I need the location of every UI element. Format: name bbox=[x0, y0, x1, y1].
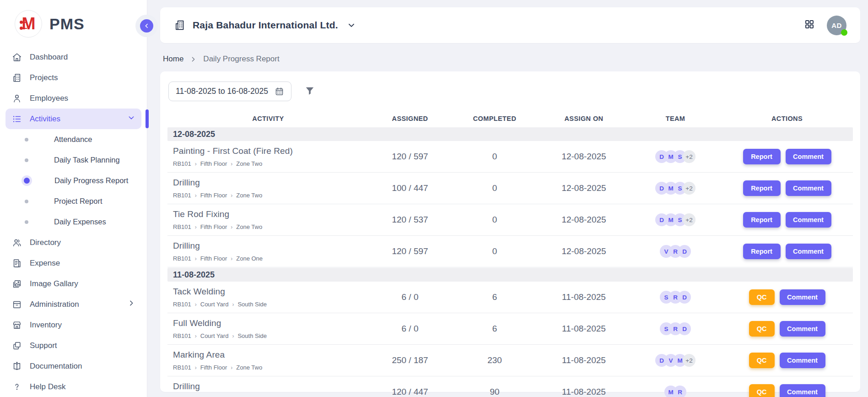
sidebar-item-label: Inventory bbox=[30, 321, 62, 330]
qc-button[interactable]: QC bbox=[749, 289, 775, 305]
path-segment: RB101 bbox=[173, 192, 200, 199]
qc-button[interactable]: QC bbox=[749, 321, 775, 337]
app-logo: M PMS bbox=[0, 0, 147, 44]
breadcrumb: Home Daily Progress Report bbox=[163, 54, 860, 64]
sidebar-item-expense[interactable]: Expense bbox=[5, 253, 141, 273]
comment-button[interactable]: Comment bbox=[780, 321, 825, 337]
comment-button[interactable]: Comment bbox=[786, 180, 831, 196]
path-segment: Court Yard bbox=[200, 332, 238, 339]
app-title: PMS bbox=[49, 15, 85, 33]
team-avatars[interactable]: V R D bbox=[630, 245, 721, 258]
activity-cell: Drilling RB101 Fifth Floor Zone Two bbox=[167, 178, 369, 199]
list-icon bbox=[12, 114, 22, 124]
sidebar-item-documentation[interactable]: Documentation bbox=[5, 356, 141, 376]
apps-grid-icon[interactable] bbox=[804, 19, 815, 32]
completed-value: 0 bbox=[451, 215, 538, 225]
path-segment: Zone One bbox=[236, 255, 263, 262]
path-segment: Court Yard bbox=[200, 301, 238, 308]
sidebar-item-help-desk[interactable]: Help Desk bbox=[5, 376, 141, 397]
people-icon bbox=[12, 238, 22, 248]
chevron-left-icon bbox=[144, 23, 150, 29]
assign-on-value: 12-08-2025 bbox=[538, 183, 630, 193]
team-avatars[interactable]: S R D bbox=[630, 322, 721, 335]
comment-button[interactable]: Comment bbox=[786, 212, 831, 228]
activity-cell: Drilling RB101 Fifth Floor Zone One bbox=[167, 241, 369, 262]
path-segment: RB101 bbox=[173, 364, 200, 371]
sidebar-subitem-project-report[interactable]: Project Report bbox=[5, 191, 141, 212]
sidebar-item-dashboard[interactable]: Dashboard bbox=[5, 47, 141, 67]
qc-button[interactable]: QC bbox=[749, 353, 775, 368]
activity-title: Drilling bbox=[173, 178, 369, 188]
qc-button[interactable]: QC bbox=[749, 384, 775, 397]
sidebar-item-support[interactable]: Support bbox=[5, 335, 141, 356]
comment-button[interactable]: Comment bbox=[786, 244, 831, 259]
main-area: Raja Bahadur International Ltd. AD Home … bbox=[147, 0, 868, 392]
actions-cell: Report Comment bbox=[721, 149, 853, 164]
table-row: Drilling RB101 Fifth Floor Zone One 120 … bbox=[167, 236, 853, 267]
sidebar-item-label: Image Gallary bbox=[30, 279, 78, 288]
breadcrumb-current: Daily Progress Report bbox=[203, 54, 279, 64]
activity-cell: Tack Welding RB101 Court Yard South Side bbox=[167, 287, 369, 308]
activity-path: RB101 Fifth Floor Zone Two bbox=[173, 364, 369, 371]
team-avatars[interactable]: M R bbox=[630, 386, 721, 397]
person-icon bbox=[12, 93, 22, 103]
assign-on-value: 12-08-2025 bbox=[538, 246, 630, 256]
assigned-value: 6 / 0 bbox=[369, 324, 451, 334]
team-more-badge: +2 bbox=[683, 182, 695, 195]
user-avatar[interactable]: AD bbox=[827, 16, 846, 35]
team-avatars[interactable]: D M S +2 bbox=[630, 213, 721, 226]
comment-button[interactable]: Comment bbox=[786, 149, 831, 164]
completed-value: 0 bbox=[451, 152, 538, 162]
sidebar-subitem-daily-expenses[interactable]: Daily Expenses bbox=[5, 212, 141, 232]
sidebar-item-label: Documentation bbox=[30, 362, 82, 371]
sidebar-item-employees[interactable]: Employees bbox=[5, 88, 141, 109]
comment-button[interactable]: Comment bbox=[780, 353, 825, 368]
store-icon bbox=[12, 320, 22, 330]
report-button[interactable]: Report bbox=[743, 212, 781, 228]
sidebar-item-image-gallery[interactable]: Image Gallary bbox=[5, 273, 141, 294]
sidebar-subitem-daily-task-planning[interactable]: Daily Task Planning bbox=[5, 150, 141, 170]
sidebar-item-projects[interactable]: Projects bbox=[5, 67, 141, 88]
subitem-label: Daily Progress Report bbox=[54, 176, 128, 185]
report-button[interactable]: Report bbox=[743, 180, 781, 196]
activity-title: Tie Rod Fixing bbox=[173, 209, 369, 219]
sidebar-item-label: Expense bbox=[30, 259, 60, 268]
date-range-input[interactable]: 11-08-2025 to 16-08-2025 bbox=[168, 82, 291, 101]
sidebar-collapse-button[interactable] bbox=[140, 19, 153, 33]
path-segment: Zone Two bbox=[236, 364, 262, 371]
team-avatars[interactable]: D M S +2 bbox=[630, 150, 721, 163]
activity-title: Full Welding bbox=[173, 318, 369, 328]
team-avatars[interactable]: S R D bbox=[630, 291, 721, 304]
sidebar-subitem-daily-progress-report[interactable]: Daily Progress Report bbox=[5, 170, 141, 191]
path-segment: Fifth Floor bbox=[200, 192, 237, 199]
filter-funnel-icon[interactable] bbox=[304, 86, 315, 98]
comment-button[interactable]: Comment bbox=[780, 289, 825, 305]
report-button[interactable]: Report bbox=[743, 244, 781, 259]
actions-cell: Report Comment bbox=[721, 244, 853, 259]
progress-table: ACTIVITY ASSIGNED COMPLETED ASSIGN ON TE… bbox=[167, 110, 853, 397]
assigned-value: 120 / 447 bbox=[369, 387, 451, 397]
breadcrumb-home-link[interactable]: Home bbox=[163, 54, 183, 64]
team-avatars[interactable]: D V M +2 bbox=[630, 354, 721, 367]
team-avatars[interactable]: D M S +2 bbox=[630, 182, 721, 195]
sidebar-subitem-attendance[interactable]: Attendance bbox=[5, 129, 141, 150]
col-header-assign-on: ASSIGN ON bbox=[538, 115, 630, 122]
actions-cell: QC Comment bbox=[721, 321, 853, 337]
report-button[interactable]: Report bbox=[743, 149, 781, 164]
assign-on-value: 11-08-2025 bbox=[538, 387, 630, 397]
activity-cell: Full Welding RB101 Court Yard South Side bbox=[167, 318, 369, 339]
subitem-label: Attendance bbox=[54, 135, 92, 144]
path-segment: RB101 bbox=[173, 160, 200, 167]
comment-button[interactable]: Comment bbox=[780, 384, 825, 397]
sidebar-item-activities[interactable]: Activities bbox=[5, 109, 141, 129]
sidebar-item-directory[interactable]: Directory bbox=[5, 232, 141, 253]
table-row: Marking Area RB101 Fifth Floor Zone Two … bbox=[167, 345, 853, 376]
company-selector[interactable]: Raja Bahadur International Ltd. bbox=[174, 19, 356, 31]
activity-title: Marking Area bbox=[173, 350, 369, 360]
sidebar-item-inventory[interactable]: Inventory bbox=[5, 315, 141, 335]
table-row: Drilling RB101 Fifth Floor Zone Two 100 … bbox=[167, 173, 853, 204]
receipt-icon bbox=[12, 258, 22, 268]
sidebar: M PMS Dashboard Projects Employees Activ… bbox=[0, 0, 147, 397]
path-segment: RB101 bbox=[173, 255, 200, 262]
sidebar-item-administration[interactable]: Administration bbox=[5, 294, 141, 315]
